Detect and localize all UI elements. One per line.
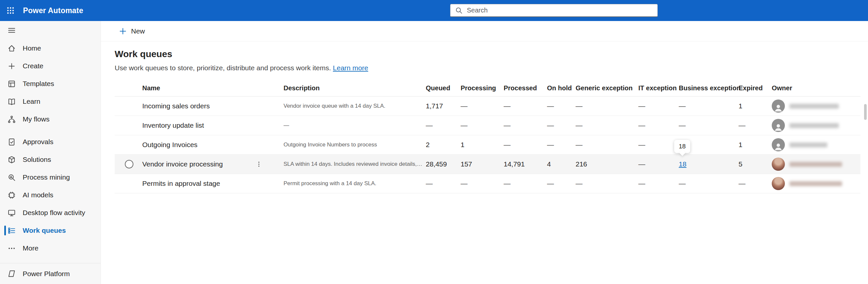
scrollbar-thumb[interactable]	[864, 104, 867, 120]
queue-description: —	[283, 122, 426, 129]
queue-name: Incoming sales orders	[142, 102, 283, 110]
owner-avatar	[772, 177, 785, 190]
sidebar-item-my-flows[interactable]: My flows	[0, 110, 100, 128]
new-button[interactable]: New	[119, 27, 145, 35]
it-exception-value: —	[638, 122, 679, 129]
owner-name-redacted	[789, 162, 842, 167]
sidebar-item-create[interactable]: Create	[0, 57, 100, 75]
app-title[interactable]: Power Automate	[23, 6, 83, 15]
column-header-expired[interactable]: Expired	[739, 84, 772, 92]
sidebar-item-label: My flows	[23, 115, 50, 123]
processed-value: —	[504, 102, 547, 110]
column-header-name[interactable]: Name	[142, 84, 283, 92]
generic-exception-value: —	[576, 122, 638, 129]
sidebar-item-ai-models[interactable]: AI models	[0, 186, 100, 204]
table-row[interactable]: Incoming sales orders Vendor invoice que…	[115, 97, 861, 116]
column-header-processed[interactable]: Processed	[504, 84, 547, 92]
sidebar-nav: Home Create Templates L	[0, 39, 100, 257]
on-hold-value: —	[547, 141, 576, 149]
sidebar-item-approvals[interactable]: Approvals	[0, 133, 100, 151]
queue-name: Permits in approval stage	[142, 180, 283, 187]
learn-more-link[interactable]: Learn more	[333, 64, 368, 71]
column-header-queued[interactable]: Queued	[426, 84, 461, 92]
sidebar-item-templates[interactable]: Templates	[0, 75, 100, 93]
sidebar-item-label: Work queues	[23, 226, 66, 234]
column-header-business-exception[interactable]: Business exception	[679, 84, 739, 92]
sidebar-item-work-queues[interactable]: Work queues	[0, 222, 100, 239]
table-row[interactable]: Inventory update list — — — — — — — — —	[115, 116, 861, 135]
row-select-cell	[115, 160, 142, 168]
column-header-on-hold[interactable]: On hold	[547, 84, 576, 92]
process-mining-icon	[7, 173, 16, 182]
business-exception-value: —	[679, 180, 739, 187]
sidebar-item-more[interactable]: More	[0, 239, 100, 257]
owner-name-redacted	[789, 123, 839, 128]
sidebar-item-home[interactable]: Home	[0, 39, 100, 57]
queue-description: Outgoing Invoice Numbers to process	[283, 141, 426, 148]
owner-cell	[772, 177, 861, 190]
hamburger-menu-button[interactable]	[0, 21, 100, 39]
it-exception-value: —	[638, 160, 679, 168]
more-icon	[7, 244, 16, 253]
search-input[interactable]	[463, 4, 657, 17]
expired-value: —	[739, 180, 772, 187]
expired-value: 1	[739, 102, 772, 110]
sidebar-item-label: Create	[23, 62, 43, 70]
approvals-icon	[7, 137, 16, 147]
page-title: Work queues	[115, 49, 868, 60]
it-exception-value: —	[638, 102, 679, 110]
sidebar-item-solutions[interactable]: Solutions	[0, 151, 100, 168]
queue-name: Vendor invoice processing	[142, 160, 283, 168]
sidebar-item-power-platform[interactable]: Power Platform	[0, 263, 100, 284]
search-box	[450, 4, 658, 17]
table-row-selected[interactable]: Vendor invoice processing SLA within 14 …	[115, 155, 861, 174]
queued-value: —	[426, 122, 461, 129]
topbar: Power Automate	[0, 0, 868, 21]
generic-exception-value: —	[576, 141, 638, 149]
owner-avatar	[772, 99, 785, 113]
it-exception-value: —	[638, 141, 679, 149]
processing-value: —	[461, 102, 504, 110]
row-menu-button[interactable]	[254, 160, 264, 168]
subtitle-text: Use work queues to store, prioritize, di…	[115, 64, 331, 71]
sidebar-item-learn[interactable]: Learn	[0, 93, 100, 110]
column-header-processing[interactable]: Processing	[461, 84, 504, 92]
work-queues-page: Work queues Use work queues to store, pr…	[101, 41, 868, 193]
work-queues-table: Name Description Queued Processing Proce…	[115, 80, 861, 193]
business-exception-tooltip: 18	[674, 140, 690, 153]
table-header-row: Name Description Queued Processing Proce…	[115, 80, 861, 97]
sidebar-item-label: Process mining	[23, 173, 70, 181]
owner-name-redacted	[789, 143, 827, 148]
queue-description: Vendor invoice queue with a 14 day SLA.	[283, 103, 426, 109]
new-button-label: New	[131, 27, 145, 35]
table-row[interactable]: Permits in approval stage Permit process…	[115, 174, 861, 193]
column-header-generic-exception[interactable]: Generic exception	[576, 84, 638, 92]
templates-icon	[7, 80, 16, 88]
queue-description: SLA within 14 days. Includes reviewed in…	[283, 161, 426, 167]
on-hold-value: 4	[547, 160, 576, 168]
column-header-description[interactable]: Description	[283, 84, 426, 92]
queue-name: Outgoing Invoices	[142, 141, 283, 149]
row-radio[interactable]	[125, 160, 133, 168]
processing-value: —	[461, 180, 504, 187]
queue-name-text: Vendor invoice processing	[142, 160, 223, 168]
business-exception-link[interactable]: 18	[679, 160, 686, 168]
owner-avatar	[772, 119, 785, 132]
generic-exception-value: —	[576, 102, 638, 110]
sidebar-item-label: Templates	[23, 80, 54, 88]
app-launcher-button[interactable]	[0, 0, 21, 21]
column-header-it-exception[interactable]: IT exception	[638, 84, 679, 92]
sidebar-item-desktop-flow-activity[interactable]: Desktop flow activity	[0, 204, 100, 222]
queued-value: 2	[426, 141, 461, 149]
queued-value: —	[426, 180, 461, 187]
flows-icon	[7, 115, 16, 124]
sidebar-item-process-mining[interactable]: Process mining	[0, 168, 100, 186]
sidebar-item-label: Learn	[23, 97, 40, 105]
owner-avatar	[772, 158, 785, 171]
sidebar-item-label: More	[23, 244, 38, 252]
processed-value: —	[504, 122, 547, 129]
work-queues-icon	[7, 226, 16, 235]
table-row[interactable]: Outgoing Invoices Outgoing Invoice Numbe…	[115, 135, 861, 155]
queued-value: 28,459	[426, 160, 461, 168]
column-header-owner[interactable]: Owner	[772, 84, 861, 92]
